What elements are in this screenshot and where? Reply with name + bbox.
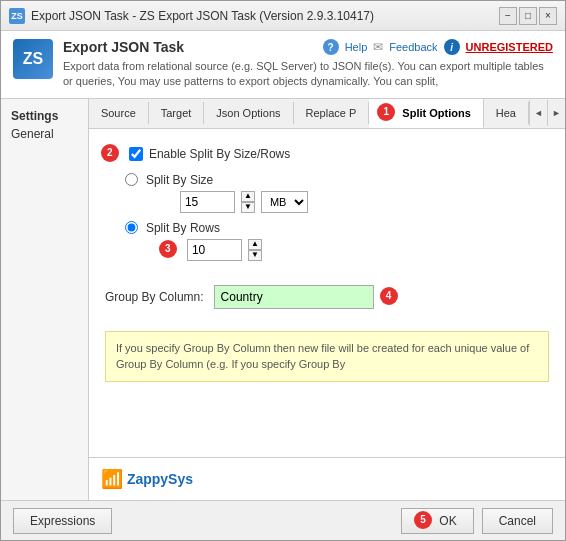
main-content: Settings General Source Target Json Opti… (1, 99, 565, 500)
split-by-rows-row: Split By Rows (125, 221, 549, 235)
zappysys-logo-text: ZappySys (127, 471, 193, 487)
split-by-size-section: Split By Size ▲ ▼ MB KB (125, 173, 549, 213)
header-content: Export JSON Task ? Help ✉ Feedback i UNR… (63, 39, 553, 90)
panel-content: 2 Enable Split By Size/Rows Split By Siz… (89, 129, 565, 457)
split-by-rows-radio[interactable] (125, 221, 138, 234)
header-description: Export data from relational source (e.g.… (63, 59, 553, 90)
header-links: ? Help ✉ Feedback i UNREGISTERED (323, 39, 553, 55)
split-by-size-radio[interactable] (125, 173, 138, 186)
wifi-icon: 📶 (101, 468, 123, 490)
title-bar: ZS Export JSON Task - ZS Export JSON Tas… (1, 1, 565, 31)
expressions-button[interactable]: Expressions (13, 508, 112, 534)
info-text: If you specify Group By Column then new … (116, 342, 529, 371)
rows-value-input[interactable] (187, 239, 242, 261)
right-panel: Source Target Json Options Replace P 1 S… (89, 99, 565, 500)
tab-badge-1: 1 (377, 103, 395, 121)
maximize-button[interactable]: □ (519, 7, 537, 25)
enable-split-row: 2 Enable Split By Size/Rows (105, 145, 549, 163)
window-title: Export JSON Task - ZS Export JSON Task (… (31, 9, 493, 23)
tab-nav-forward[interactable]: ► (547, 100, 565, 126)
size-unit-select[interactable]: MB KB GB (261, 191, 308, 213)
help-link[interactable]: Help (345, 41, 368, 53)
enable-split-checkbox[interactable] (129, 147, 143, 161)
enable-split-label: Enable Split By Size/Rows (149, 147, 290, 161)
main-window: ZS Export JSON Task - ZS Export JSON Tas… (0, 0, 566, 541)
badge-3: 3 (159, 240, 177, 258)
rows-spin-up[interactable]: ▲ (248, 239, 262, 250)
split-type-radio-group: Split By Size ▲ ▼ MB KB (125, 173, 549, 261)
split-options-form: 2 Enable Split By Size/Rows Split By Siz… (105, 145, 549, 382)
tab-nav-back[interactable]: ◄ (529, 100, 547, 126)
split-by-rows-label: Split By Rows (146, 221, 220, 235)
split-by-rows-section: Split By Rows 3 ▲ ▼ (125, 221, 549, 261)
app-icon: ZS (9, 8, 25, 24)
size-value-input[interactable] (180, 191, 235, 213)
zappysys-logo: 📶 ZappySys (101, 468, 553, 490)
cancel-button[interactable]: Cancel (482, 508, 553, 534)
tab-target[interactable]: Target (149, 102, 205, 124)
close-button[interactable]: × (539, 7, 557, 25)
info-box: If you specify Group By Column then new … (105, 331, 549, 382)
bottom-bar: Expressions 5 OK Cancel (1, 500, 565, 540)
unregistered-link[interactable]: UNREGISTERED (466, 41, 553, 53)
split-by-size-label: Split By Size (146, 173, 213, 187)
sidebar-item-general[interactable]: General (11, 125, 78, 143)
window-controls: − □ × (499, 7, 557, 25)
badge-2: 2 (101, 144, 119, 162)
sidebar: Settings General (1, 99, 89, 500)
ok-button[interactable]: 5 OK (401, 508, 474, 534)
group-by-label: Group By Column: (105, 290, 204, 304)
header-title: Export JSON Task (63, 39, 184, 55)
badge-4: 4 (380, 287, 398, 305)
ok-label: OK (439, 513, 456, 527)
minimize-button[interactable]: − (499, 7, 517, 25)
rows-spin-buttons: ▲ ▼ (248, 239, 262, 261)
info-icon: i (444, 39, 460, 55)
tab-json-options[interactable]: Json Options (204, 102, 293, 124)
badge-5: 5 (414, 511, 432, 529)
size-spinbox-row: ▲ ▼ MB KB GB (180, 191, 549, 213)
header-logo: ZS (13, 39, 53, 79)
split-by-size-row: Split By Size (125, 173, 549, 187)
size-spin-up[interactable]: ▲ (241, 191, 255, 202)
ok-cancel-buttons: 5 OK Cancel (401, 508, 553, 534)
header-title-row: Export JSON Task ? Help ✉ Feedback i UNR… (63, 39, 553, 55)
rows-spinbox-row: 3 ▲ ▼ (163, 239, 549, 261)
tab-source[interactable]: Source (89, 102, 149, 124)
group-by-column-row: Group By Column: 4 (105, 285, 549, 309)
size-spin-buttons: ▲ ▼ (241, 191, 255, 213)
header-area: ZS Export JSON Task ? Help ✉ Feedback i … (1, 31, 565, 99)
tab-replace-p[interactable]: Replace P (294, 102, 370, 124)
email-icon: ✉ (373, 40, 383, 54)
tab-hea[interactable]: Hea (484, 102, 529, 124)
help-icon: ? (323, 39, 339, 55)
group-by-input[interactable] (214, 285, 374, 309)
logo-area: 📶 ZappySys (89, 457, 565, 500)
size-spin-down[interactable]: ▼ (241, 202, 255, 213)
feedback-link[interactable]: Feedback (389, 41, 437, 53)
tab-split-options[interactable]: 1 Split Options (369, 99, 484, 128)
sidebar-item-settings[interactable]: Settings (11, 107, 78, 125)
tab-bar: Source Target Json Options Replace P 1 S… (89, 99, 565, 129)
rows-spin-down[interactable]: ▼ (248, 250, 262, 261)
